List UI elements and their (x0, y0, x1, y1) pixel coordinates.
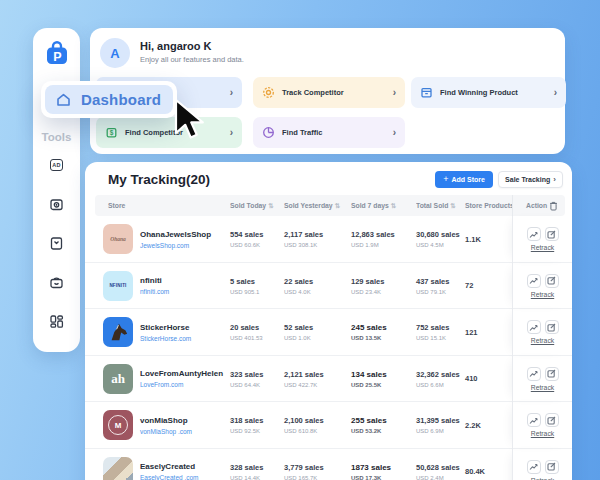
chevron-right-icon: › (230, 88, 233, 98)
table-row: NFINITI nfiniti nfiniti.com 5 sales USD … (85, 263, 572, 310)
dollar-store-icon: $ (105, 126, 118, 139)
store-bag-icon[interactable] (49, 274, 65, 290)
store-products-cell: 2.2K (465, 421, 512, 430)
col-total-sold[interactable]: Total Sold⇅ (416, 202, 465, 210)
sold-today-cell: 328 sales USD 14.4K (230, 463, 284, 480)
analytics-chart-button[interactable] (527, 367, 541, 381)
store-products-cell: 80.4K (465, 467, 512, 476)
chevron-right-icon: › (393, 128, 396, 138)
table-row: StickerHorse StickerHorse.com 20 sales U… (85, 309, 572, 356)
dashboard-nav-button[interactable]: Dashboard (45, 85, 173, 114)
table-row: M vonMiaShop vonMiaShop .com 318 sales U… (85, 402, 572, 449)
library-book-icon[interactable] (49, 235, 65, 251)
plus-icon: + (443, 175, 448, 184)
card-label: Find Traffic (282, 128, 322, 137)
store-domain-link[interactable]: LoveFrom.com (140, 381, 223, 388)
table-body: Ohana OhanaJewelsShop JewelsShop.com 554… (85, 216, 572, 480)
chevron-right-icon: › (230, 128, 233, 138)
table-header-row: Store Sold Today⇅ Sold Yesterday⇅ Sold 7… (95, 195, 565, 216)
sold-yesterday-cell: 2,121 sales USD 422.7K (284, 370, 351, 388)
chevron-right-icon: › (393, 88, 396, 98)
sold-yesterday-cell: 52 sales USD 1.0K (284, 323, 351, 341)
col-sold-7-days[interactable]: Sold 7 days⇅ (351, 202, 416, 210)
sold-7-days-cell: 134 sales USD 25.5K (351, 370, 416, 388)
retrack-link[interactable]: Retrack (531, 430, 554, 437)
analytics-chart-button[interactable] (527, 413, 541, 427)
action-cell: Retrack (512, 309, 572, 356)
sold-today-cell: 554 sales USD 60.6K (230, 230, 284, 248)
sort-icon: ⇅ (335, 202, 340, 210)
store-logo (103, 457, 133, 480)
analytics-chart-button[interactable] (527, 320, 541, 334)
brand-bag-logo-icon[interactable]: P (42, 38, 72, 68)
analytics-chart-button[interactable] (527, 274, 541, 288)
store-domain-link[interactable]: JewelsShop.com (140, 242, 211, 249)
action-cell: Retrack (512, 402, 572, 449)
store-domain-link[interactable]: nfiniti.com (140, 288, 169, 295)
edit-button[interactable] (545, 227, 559, 241)
store-logo (103, 317, 133, 347)
store-name: StickerHorse (140, 323, 191, 332)
edit-button[interactable] (545, 413, 559, 427)
edit-button[interactable] (545, 460, 559, 474)
dashboard-nav-overlay: Dashboard (41, 81, 177, 118)
card-find-traffic[interactable]: Find Traffic › (253, 117, 405, 148)
store-domain-link[interactable]: StickerHorse.com (140, 335, 191, 342)
tracking-title: My Tracking(20) (108, 172, 210, 187)
retrack-link[interactable]: Retrack (531, 337, 554, 344)
store-name: OhanaJewelsShop (140, 230, 211, 239)
store-logo: ah (103, 364, 133, 394)
sold-7-days-cell: 245 sales USD 13.5K (351, 323, 416, 341)
dashboard-nav-label: Dashboard (81, 91, 161, 108)
total-sold-cell: 752 sales USD 15.1K (416, 323, 465, 341)
sold-yesterday-cell: 3,779 sales USD 165.7K (284, 463, 351, 480)
edit-button[interactable] (545, 367, 559, 381)
store-products-cell: 72 (465, 281, 512, 290)
retrack-link[interactable]: Retrack (531, 291, 554, 298)
col-store-products: Store Products (465, 202, 512, 209)
store-domain-link[interactable]: EaselyCreated .com (140, 474, 199, 480)
sale-tracking-button[interactable]: Sale Tracking › (498, 171, 563, 188)
action-cell: Retrack (512, 356, 572, 403)
app-window: P Tools AD (0, 0, 600, 480)
card-find-competitor[interactable]: $ Find Competitor › (96, 117, 242, 148)
col-sold-today[interactable]: Sold Today⇅ (230, 202, 284, 210)
retrack-link[interactable]: Retrack (531, 244, 554, 251)
product-box-icon (420, 86, 433, 99)
edit-button[interactable] (545, 320, 559, 334)
analytics-chart-button[interactable] (527, 460, 541, 474)
store-products-cell: 1.1K (465, 235, 512, 244)
store-name: nfiniti (140, 276, 169, 285)
target-icon (262, 86, 275, 99)
col-sold-yesterday[interactable]: Sold Yesterday⇅ (284, 202, 351, 210)
card-label: Find Winning Product (440, 88, 518, 97)
product-research-icon[interactable] (49, 196, 65, 212)
add-store-button[interactable]: + Add Store (435, 171, 493, 188)
store-domain-link[interactable]: vonMiaShop .com (140, 428, 192, 435)
sold-yesterday-cell: 2,117 sales USD 308.1K (284, 230, 351, 248)
col-action: Action (512, 195, 565, 216)
retrack-link[interactable]: Retrack (531, 384, 554, 391)
sort-icon: ⇅ (450, 202, 455, 210)
trash-icon[interactable] (549, 201, 558, 211)
card-find-winning-product[interactable]: Find Winning Product › (411, 77, 566, 108)
avatar[interactable]: A (100, 38, 130, 68)
card-track-competitor[interactable]: Track Competitor › (253, 77, 405, 108)
chevron-right-icon: › (554, 88, 557, 98)
pie-chart-icon (262, 126, 275, 139)
greeting-title: Hi, angaroo K (140, 40, 212, 52)
sold-yesterday-cell: 2,100 sales USD 610.8K (284, 416, 351, 434)
sold-today-cell: 318 sales USD 92.5K (230, 416, 284, 434)
store-name: LoveFromAuntyHelen (140, 369, 223, 378)
table-row: Ohana OhanaJewelsShop JewelsShop.com 554… (85, 216, 572, 263)
analytics-chart-button[interactable] (527, 227, 541, 241)
table-row: EaselyCreated EaselyCreated .com 328 sal… (85, 449, 572, 480)
store-logo: Ohana (103, 224, 133, 254)
total-sold-cell: 50,628 sales USD 2.4M (416, 463, 465, 480)
apps-grid-icon[interactable] (49, 313, 65, 329)
sold-7-days-cell: 129 sales USD 23.4K (351, 277, 416, 295)
edit-button[interactable] (545, 274, 559, 288)
greeting-subtitle: Enjoy all our features and data. (140, 55, 244, 64)
total-sold-cell: 437 sales USD 79.1K (416, 277, 465, 295)
ad-spy-icon[interactable]: AD (49, 157, 65, 173)
